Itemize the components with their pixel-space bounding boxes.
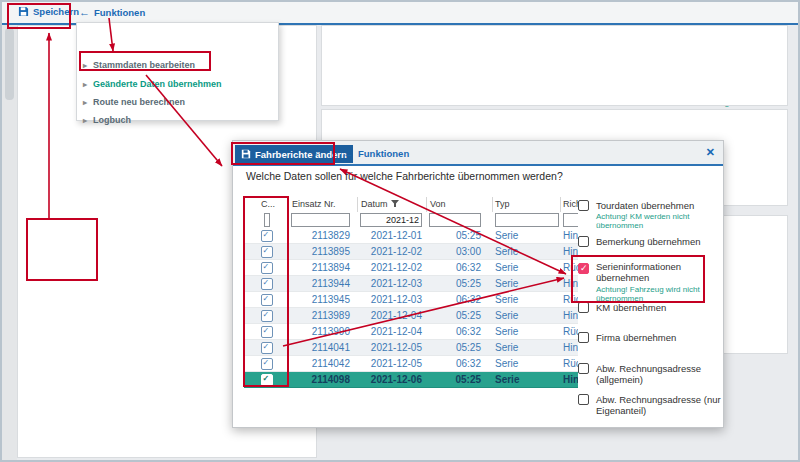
menu-bullet-icon: ▸ [83,80,87,89]
save-button-label: Speichern [33,6,79,17]
menu-bullet-icon: ▸ [83,116,87,125]
option-abw-rechnungsadresse-eigenanteil-label: Abw. Rechnungsadresse (nur Eigenanteil) [596,394,726,416]
table-row[interactable]: 21140412021-12-05 05:25Serie Hinfahrt [244,340,578,356]
table-row[interactable]: 21138292021-12-01 05:25Serie Hinfahrt [244,228,578,244]
filter-input-einsatz[interactable] [291,213,350,227]
back-arrow-icon: ← [343,147,354,159]
option-km-label: KM übernehmen [596,302,666,313]
fahrberichte-table: C... Einsatz Nr. Datum Von Typ Richtung … [244,197,578,388]
row-checkbox[interactable] [261,310,273,322]
dialog-save-button[interactable]: Fahrberichte ändern [235,145,353,163]
menu-item-stammdaten[interactable]: ▸Stammdaten bearbeiten [83,60,195,70]
option-tourdaten-hint: Achtung! KM werden nicht übernommen [596,213,700,230]
option-bemerkung-label: Bemerkung übernehmen [596,236,701,247]
dialog-functions-button[interactable]: ← Funktionen [343,147,409,159]
save-disk-icon [241,149,251,159]
menu-item-logbuch[interactable]: ▸Logbuch [83,115,131,125]
menu-bullet-icon: ▸ [83,61,87,70]
col-header-von[interactable]: Von [427,197,493,212]
row-checkbox[interactable] [261,262,273,274]
option-abw-rechnungsadresse-eigenanteil-checkbox[interactable] [578,394,589,405]
app-window: Speichern ← Funktionen KFZ zuweisen ▼ KF… [0,0,800,462]
fahrberichte-dialog: Fahrberichte ändern ← Funktionen ✕ Welch… [232,140,724,428]
save-button[interactable]: Speichern [18,6,79,17]
row-checkbox[interactable] [261,246,273,258]
table-row[interactable]: 21139452021-12-03 06:32Serie Rückfahrt [244,292,578,308]
functions-menu-button[interactable]: ← Funktionen [79,6,145,18]
table-row[interactable]: 21138942021-12-02 06:32Serie Rückfahrt [244,260,578,276]
menu-bullet-icon: ▸ [83,98,87,107]
back-arrow-icon: ← [79,6,90,18]
table-row[interactable]: 21138952021-12-02 03:00Serie Hinfahrt [244,244,578,260]
row-checkbox[interactable] [261,230,273,242]
menu-item-route[interactable]: ▸Route neu berechnen [83,97,185,107]
filter-funnel-icon [391,200,399,208]
dialog-titlebar: Fahrberichte ändern ← Funktionen ✕ [233,141,723,166]
filter-input-check[interactable] [264,213,270,227]
col-header-check[interactable]: C... [244,197,289,212]
table-row[interactable]: 21139892021-12-04 05:25Serie Hinfahrt [244,308,578,324]
filter-input-datum[interactable]: 2021-12 [360,213,422,227]
left-scrollbar[interactable] [2,25,17,460]
row-checkbox[interactable] [261,358,273,370]
table-row[interactable]: 21139902021-12-04 06:32Serie Rückfahrt [244,324,578,340]
filter-input-von[interactable] [429,213,481,227]
option-firma-checkbox[interactable] [578,332,589,343]
filter-input-typ[interactable] [495,213,559,227]
option-serieninformationen-checkbox[interactable] [578,263,589,274]
dialog-title: Fahrberichte ändern [255,149,347,160]
row-checkbox[interactable] [261,294,273,306]
km-panel [321,25,788,106]
table-row[interactable]: 21140422021-12-05 06:32Serie Rückfahrt [244,356,578,372]
row-checkbox[interactable] [261,374,273,386]
functions-dropdown-menu: ▸Stammdaten bearbeiten ▸Geänderte Daten … [76,22,279,121]
option-bemerkung-checkbox[interactable] [578,236,589,247]
option-serieninformationen-hint: Achtung! Fahrzeug wird nicht übernommen [596,286,708,303]
option-tourdaten-label: Tourdaten übernehmen [596,200,694,211]
option-tourdaten-checkbox[interactable] [578,200,589,211]
save-disk-icon [18,6,29,17]
functions-menu-label: Funktionen [94,7,145,18]
option-abw-rechnungsadresse-allgemein-checkbox[interactable] [578,363,589,374]
col-header-richtung[interactable]: Richtung [561,197,578,212]
option-abw-rechnungsadresse-allgemein-label: Abw. Rechnungsadresse (allgemein) [596,363,716,385]
scrollbar-thumb[interactable] [5,28,14,100]
table-filter-row: 2021-12 [244,212,578,228]
option-serieninformationen-label: Serieninformationen übernehmen [596,261,708,283]
menu-item-geaenderte-daten[interactable]: ▸Geänderte Daten übernehmen [83,79,222,89]
col-header-typ[interactable]: Typ [493,197,561,212]
row-checkbox[interactable] [261,342,273,354]
dialog-close-icon[interactable]: ✕ [706,146,715,159]
table-header-row: C... Einsatz Nr. Datum Von Typ Richtung [244,197,578,212]
option-km-checkbox[interactable] [578,302,589,313]
option-firma-label: Firma übernehmen [596,332,676,343]
table-row[interactable]: 21139442021-12-03 05:25Serie Hinfahrt [244,276,578,292]
row-checkbox[interactable] [261,326,273,338]
dialog-question: Welche Daten sollen für welche Fahrberic… [246,170,563,182]
filter-input-richtung[interactable] [563,213,578,227]
row-checkbox[interactable] [261,278,273,290]
table-row-selected[interactable]: 21140982021-12-06 05:25Serie Hinfahrt [244,372,578,388]
col-header-datum[interactable]: Datum [358,197,427,212]
col-header-einsatz[interactable]: Einsatz Nr. [289,197,358,212]
